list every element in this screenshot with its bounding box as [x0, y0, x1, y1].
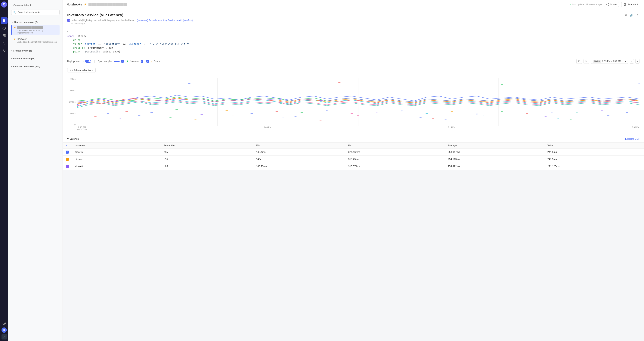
all-notebooks-header[interactable]: › All other notebooks (452) — [11, 64, 60, 69]
top-bar-left: Notebooks ★ ████████████████████████ — [66, 3, 127, 6]
code-toggle[interactable]: ▸ — [67, 30, 640, 34]
controls-right: FIXED 2:39 PM - 3:39 PM ▾ ‹ › — [576, 59, 640, 64]
row-checkbox-cell: ✓ — [63, 163, 72, 170]
deployments-toggle[interactable] — [85, 60, 91, 63]
search-bar[interactable]: 🔍 — [11, 10, 60, 15]
col-value[interactable]: Value — [544, 143, 644, 149]
code-block: ▸ spans latency | delta | filter service… — [63, 28, 644, 57]
nav-alerts-icon[interactable] — [1, 40, 8, 47]
created-by-me-header[interactable]: › Created by me (1) — [11, 48, 60, 53]
nav-apps-icon[interactable] — [1, 32, 8, 39]
cell-min: 148.75ms — [253, 163, 345, 170]
search-icon: 🔍 — [13, 11, 16, 14]
link-button[interactable]: 🔗 — [629, 13, 634, 18]
col-min[interactable]: Min — [253, 143, 345, 149]
cell-customer: kicksuit — [72, 163, 160, 170]
col-customer[interactable]: customer — [72, 143, 160, 149]
share-label: Share — [610, 3, 616, 6]
svg-point-59 — [120, 118, 121, 119]
card-time: 10 months ago — [67, 22, 640, 25]
share-button[interactable]: Share — [604, 2, 619, 7]
no-errors-dot — [127, 61, 128, 62]
svg-point-61 — [432, 118, 434, 119]
code-line-1: spans latency — [67, 34, 640, 38]
plus-icon: + — [70, 69, 71, 72]
svg-point-50 — [357, 115, 359, 116]
nav-menu-icon[interactable]: ☰ — [1, 10, 8, 17]
y-label-200: 200ms — [67, 101, 76, 103]
nav-history-icon[interactable] — [1, 320, 8, 327]
source-link[interactable]: [ls-internal] Rachel - Inventory Service… — [137, 19, 193, 22]
time-range-selector[interactable]: FIXED 2:39 PM - 3:39 PM ▾ — [591, 59, 628, 64]
starred-notebook-item-2[interactable]: ★ CPU Alert Last edited: Feb 20 2024 by … — [11, 36, 60, 45]
snapshot-button[interactable]: Snapshot — [621, 2, 640, 7]
svg-rect-3 — [3, 36, 4, 37]
latency-table: ✓ customer Percentile Min Max Average Va… — [63, 143, 644, 170]
cell-average: 253.047ms — [445, 149, 544, 156]
starred-section-header[interactable]: ▼ Starred notebooks (2) — [11, 20, 60, 25]
svg-point-26 — [176, 109, 178, 110]
svg-point-39 — [501, 111, 503, 112]
nav-activity-icon[interactable] — [1, 47, 8, 54]
table-title[interactable]: ▾ Latency — [67, 137, 79, 140]
no-errors-label: No errors — [130, 60, 139, 63]
nav-explorer-icon[interactable] — [1, 25, 8, 32]
copy-button[interactable]: ⧉ — [624, 13, 628, 18]
row-checkbox[interactable]: ✓ — [66, 158, 69, 161]
svg-point-44 — [626, 112, 628, 113]
svg-point-56 — [319, 120, 322, 121]
errors-checkbox[interactable]: ✓ — [146, 60, 149, 63]
svg-point-48 — [232, 116, 234, 116]
row-checkbox[interactable]: ✓ — [66, 165, 69, 168]
star-icon: ★ — [14, 26, 16, 29]
svg-point-42 — [576, 112, 578, 113]
card-header: Inventory Service (VIP Latency) ⧉ 🔗 ⋮ LS… — [63, 9, 644, 28]
bottom-nav-btn[interactable] — [2, 334, 7, 339]
notebook-title-row: ★ ████████████████ — [14, 26, 58, 29]
check-icon: ✓ — [570, 3, 571, 6]
check-all-icon[interactable]: ✓ — [66, 144, 68, 147]
cell-max: 324.167ms — [345, 149, 445, 156]
span-samples-checkbox[interactable]: ✓ — [121, 60, 124, 63]
chart-svg-area — [77, 78, 640, 126]
deployments-label: Deployments — [67, 60, 80, 63]
chart-svg — [77, 78, 640, 126]
cell-average: 254.113ms — [445, 156, 544, 163]
prev-time-button[interactable]: ‹ — [630, 59, 634, 64]
starred-section: ▼ Starred notebooks (2) ★ ██████████████… — [8, 18, 62, 47]
warning-icon: △ — [150, 60, 152, 63]
cell-percentile: p95 — [160, 149, 253, 156]
fixed-badge: FIXED — [593, 60, 601, 63]
code-field: latency — [76, 34, 86, 38]
next-time-button[interactable]: › — [635, 59, 640, 64]
all-notebooks-section: › All other notebooks (452) — [8, 63, 62, 71]
search-input[interactable] — [18, 11, 58, 14]
more-button[interactable]: ⋮ — [635, 13, 640, 18]
starred-notebook-item-1[interactable]: ★ ████████████████ Last edited: Feb 23 2… — [11, 25, 60, 35]
notebook-area: Inventory Service (VIP Latency) ⧉ 🔗 ⋮ LS… — [63, 9, 644, 341]
cell-customer: arborlily — [72, 149, 160, 156]
page-star-icon[interactable]: ★ — [84, 3, 86, 6]
col-percentile[interactable]: Percentile — [160, 143, 253, 149]
create-notebook-button[interactable]: + Create notebook — [11, 3, 60, 7]
svg-point-41 — [551, 112, 553, 112]
recently-viewed-header[interactable]: › Recently viewed (10) — [11, 56, 60, 61]
svg-point-23 — [107, 113, 109, 114]
app-logo[interactable]: O — [1, 2, 7, 8]
row-checkbox-cell: ✓ — [63, 149, 72, 156]
col-max[interactable]: Max — [345, 143, 445, 149]
refresh-button[interactable] — [576, 59, 582, 64]
row-checkbox[interactable]: ✓ — [66, 151, 69, 154]
svg-point-55 — [194, 119, 197, 120]
code-line-5: | point percentile (value, 95.0) — [67, 50, 640, 54]
export-csv-button[interactable]: ↓ Export to CSV — [624, 138, 640, 140]
svg-marker-14 — [586, 60, 587, 62]
play-button[interactable] — [584, 59, 589, 64]
advanced-options-button[interactable]: + + Advanced options — [67, 68, 96, 73]
nav-notebooks-icon[interactable] — [1, 17, 8, 24]
cell-percentile: p95 — [160, 163, 253, 170]
data-table-section: ▾ Latency ↓ Export to CSV ✓ customer — [63, 135, 644, 170]
no-errors-checkbox[interactable]: ✓ — [141, 60, 143, 63]
user-avatar[interactable]: R — [2, 327, 7, 333]
col-average[interactable]: Average — [445, 143, 544, 149]
